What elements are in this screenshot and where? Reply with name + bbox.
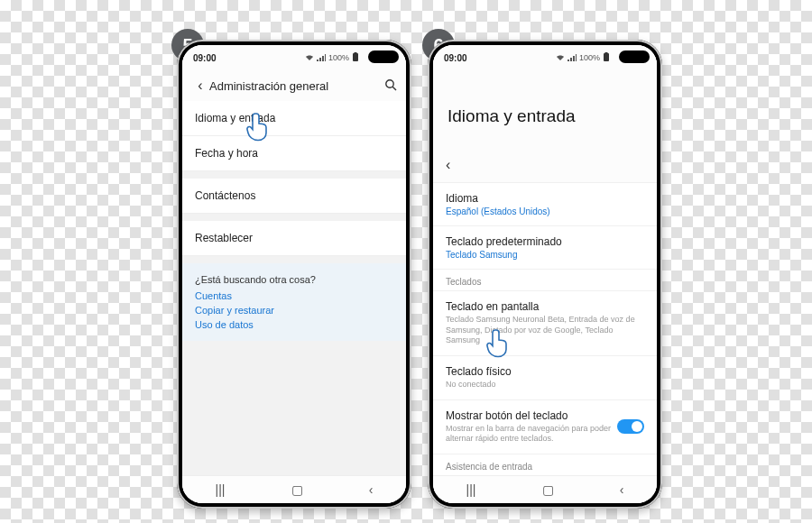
row-fecha-y-hora[interactable]: Fecha y hora <box>182 136 406 171</box>
camera-cutout <box>619 50 650 63</box>
svg-point-2 <box>386 79 393 87</box>
wifi-icon <box>305 53 314 63</box>
setting-subtitle: Teclado Samsung <box>446 250 644 260</box>
svg-line-3 <box>392 87 396 90</box>
suggestions-panel: ¿Está buscando otra cosa? Cuentas Copiar… <box>182 263 406 341</box>
suggestion-link-copiar[interactable]: Copiar y restaurar <box>195 305 393 316</box>
phone-step-6: 09:00 100% Idioma y entrada <box>428 40 662 509</box>
setting-mostrar-boton-teclado[interactable]: Mostrar botón del teclado Mostrar en la … <box>433 399 657 454</box>
app-bar: ‹ Administración general <box>182 70 406 101</box>
battery-percent: 100% <box>328 53 349 62</box>
toggle-on[interactable] <box>617 419 644 434</box>
suggestions-title: ¿Está buscando otra cosa? <box>195 274 393 285</box>
row-contactenos[interactable]: Contáctenos <box>182 179 406 214</box>
setting-title: Idioma <box>446 192 644 205</box>
back-icon[interactable]: ‹ <box>433 151 657 173</box>
setting-teclado-fisico[interactable]: Teclado físico No conectado <box>433 355 657 399</box>
signal-icon <box>317 53 326 63</box>
suggestion-link-datos[interactable]: Uso de datos <box>195 319 393 330</box>
back-icon[interactable]: ‹ <box>191 78 209 94</box>
svg-rect-5 <box>605 52 608 54</box>
wifi-icon <box>556 53 565 63</box>
svg-rect-1 <box>355 52 357 54</box>
nav-back-icon[interactable]: ‹ <box>369 482 374 497</box>
setting-subtitle: Español (Estados Unidos) <box>446 206 644 216</box>
signal-icon <box>567 53 577 63</box>
svg-rect-0 <box>353 53 358 61</box>
setting-subtitle: Mostrar en la barra de navegación para p… <box>446 424 644 445</box>
setting-teclado-en-pantalla[interactable]: Teclado en pantalla Teclado Samsung Neur… <box>433 290 657 355</box>
status-time: 09:00 <box>444 53 467 63</box>
section-asistencia: Asistencia de entrada <box>433 454 657 475</box>
suggestion-link-cuentas[interactable]: Cuentas <box>195 290 393 301</box>
nav-recent-icon[interactable]: ||| <box>466 482 476 497</box>
search-icon[interactable] <box>379 78 397 94</box>
camera-cutout <box>368 50 399 63</box>
nav-home-icon[interactable]: ▢ <box>291 482 303 497</box>
appbar-title: Administración general <box>209 79 379 93</box>
setting-idioma[interactable]: Idioma Español (Estados Unidos) <box>433 182 657 225</box>
setting-subtitle: Teclado Samsung Neuronal Beta, Entrada d… <box>446 315 644 346</box>
nav-back-icon[interactable]: ‹ <box>620 482 624 497</box>
nav-home-icon[interactable]: ▢ <box>542 482 554 497</box>
nav-bar: ||| ▢ ‹ <box>182 475 406 503</box>
setting-title: Teclado físico <box>446 365 644 378</box>
battery-percent: 100% <box>579 53 600 62</box>
settings-content: Idioma y entrada ‹ Idioma Español (Estad… <box>433 70 657 475</box>
nav-recent-icon[interactable]: ||| <box>216 482 226 497</box>
page-title: Idioma y entrada <box>433 70 657 151</box>
setting-title: Teclado predeterminado <box>446 235 644 248</box>
battery-icon <box>603 52 610 63</box>
phone-step-5: 09:00 100% ‹ Administración <box>177 40 411 509</box>
battery-icon <box>352 52 359 63</box>
row-restablecer[interactable]: Restablecer <box>182 221 406 256</box>
setting-title: Teclado en pantalla <box>446 300 644 313</box>
svg-rect-4 <box>604 53 609 61</box>
nav-bar: ||| ▢ ‹ <box>433 475 657 503</box>
row-idioma-y-entrada[interactable]: Idioma y entrada <box>182 101 406 136</box>
status-time: 09:00 <box>193 53 217 63</box>
setting-title: Mostrar botón del teclado <box>446 409 644 422</box>
section-teclados: Teclados <box>433 269 657 290</box>
setting-teclado-predeterminado[interactable]: Teclado predeterminado Teclado Samsung <box>433 225 657 269</box>
settings-content: Idioma y entrada Fecha y hora Contácteno… <box>182 101 406 475</box>
setting-subtitle: No conectado <box>446 380 644 390</box>
